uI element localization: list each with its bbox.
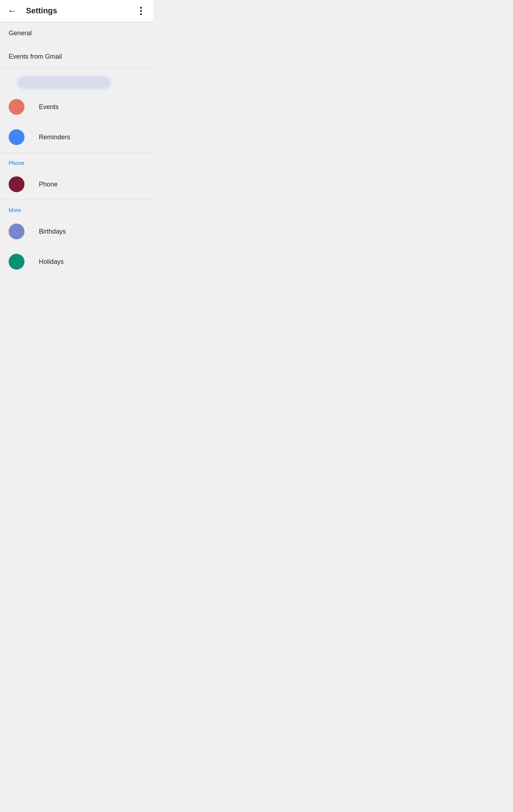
general-section: General xyxy=(0,22,153,45)
account-email-blurred xyxy=(17,76,111,89)
more-section: More Birthdays Holidays xyxy=(0,200,153,277)
three-dots-icon xyxy=(140,7,142,15)
reminders-item[interactable]: Reminders xyxy=(0,122,153,152)
reminders-label: Reminders xyxy=(39,134,70,141)
general-item[interactable]: General xyxy=(0,22,153,45)
birthdays-item[interactable]: Birthdays xyxy=(0,216,153,247)
events-from-gmail-section: Events from Gmail xyxy=(0,45,153,68)
more-section-header: More xyxy=(0,200,153,216)
reminders-color-circle xyxy=(9,129,24,145)
birthdays-color-circle xyxy=(9,224,24,239)
more-options-button[interactable] xyxy=(134,4,147,17)
birthdays-label: Birthdays xyxy=(39,228,66,235)
phone-section: Phone Phone xyxy=(0,153,153,199)
phone-section-header: Phone xyxy=(0,153,153,169)
phone-label: Phone xyxy=(39,181,58,188)
events-item[interactable]: Events xyxy=(0,92,153,122)
events-color-circle xyxy=(9,99,24,115)
back-arrow-icon: ← xyxy=(8,6,17,15)
back-button[interactable]: ← xyxy=(6,4,19,17)
phone-section-title: Phone xyxy=(9,160,24,166)
general-label: General xyxy=(9,30,32,37)
events-from-gmail-item[interactable]: Events from Gmail xyxy=(0,45,153,68)
phone-color-circle xyxy=(9,176,24,192)
account-section: Events Reminders xyxy=(0,69,153,152)
page-title: Settings xyxy=(26,6,134,15)
more-section-title: More xyxy=(9,207,21,213)
holidays-label: Holidays xyxy=(39,258,64,266)
phone-item[interactable]: Phone xyxy=(0,169,153,199)
app-bar: ← Settings xyxy=(0,0,153,22)
events-label: Events xyxy=(39,103,59,111)
holidays-color-circle xyxy=(9,254,24,270)
events-from-gmail-label: Events from Gmail xyxy=(9,53,62,60)
holidays-item[interactable]: Holidays xyxy=(0,247,153,277)
